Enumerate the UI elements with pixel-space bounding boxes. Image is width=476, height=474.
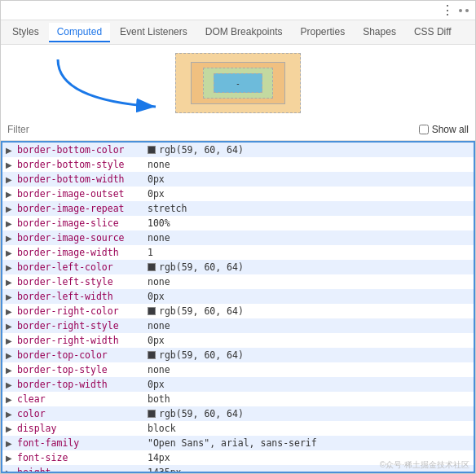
show-all-text: Show all (432, 124, 469, 135)
expand-icon[interactable]: ▶ (6, 468, 17, 474)
prop-name: border-right-color (17, 305, 148, 317)
prop-value: 0px (148, 335, 165, 346)
prop-value-text: 1 (148, 247, 153, 258)
prop-name: display (17, 423, 148, 434)
prop-name: border-right-width (17, 335, 148, 346)
prop-name: border-top-style (17, 364, 148, 375)
table-row: ▶font-family"Open Sans", arial, sans-ser… (2, 436, 474, 450)
expand-icon[interactable]: ▶ (6, 322, 17, 331)
prop-value: "Open Sans", arial, sans-serif (148, 437, 317, 449)
prop-value: 0px (148, 173, 165, 185)
prop-value-text: none (148, 320, 170, 331)
prop-value: 0px (148, 188, 165, 200)
prop-name: border-image-width (17, 247, 148, 258)
prop-value-text: none (148, 159, 170, 170)
top-bar: ⋮ (1, 1, 475, 20)
prop-name: border-left-style (17, 276, 148, 287)
devtools-panel: ⋮ Styles Computed Event Listeners DOM Br… (0, 0, 476, 474)
prop-value: both (148, 393, 170, 405)
prop-value: 1435px (148, 467, 182, 473)
color-swatch[interactable] (148, 146, 156, 154)
prop-value: stretch (148, 203, 187, 214)
content-box: - (214, 73, 262, 93)
table-row: ▶border-image-repeatstretch (2, 201, 474, 216)
prop-value: 14px (148, 452, 170, 463)
table-row: ▶border-top-width0px (2, 377, 474, 392)
table-row: ▶border-right-colorrgb(59, 60, 64) (2, 304, 474, 318)
tab-computed[interactable]: Computed (49, 23, 110, 42)
tab-properties[interactable]: Properties (292, 23, 353, 42)
expand-icon[interactable]: ▶ (6, 410, 17, 419)
prop-name: height (17, 467, 148, 473)
filter-row: Show all (1, 118, 475, 141)
more-icon[interactable]: ⋮ (441, 2, 454, 18)
dot (465, 9, 469, 12)
color-swatch[interactable] (148, 351, 156, 359)
prop-value-text: "Open Sans", arial, sans-serif (148, 437, 317, 449)
prop-value-text: rgb(59, 60, 64) (159, 408, 244, 419)
table-row: ▶border-top-colorrgb(59, 60, 64) (2, 348, 474, 362)
tab-event-listeners[interactable]: Event Listeners (112, 23, 196, 42)
show-all-checkbox[interactable] (419, 125, 429, 134)
table-row: ▶displayblock (2, 421, 474, 436)
expand-icon[interactable]: ▶ (6, 292, 17, 301)
prop-name: border-bottom-width (17, 173, 148, 185)
prop-value: 0px (148, 291, 165, 302)
table-row: ▶border-left-colorrgb(59, 60, 64) (2, 260, 474, 274)
expand-icon[interactable]: ▶ (6, 439, 17, 448)
prop-value: 1 (148, 247, 153, 258)
color-swatch[interactable] (148, 263, 156, 271)
tab-styles[interactable]: Styles (4, 23, 47, 42)
tab-dom-breakpoints[interactable]: DOM Breakpoints (197, 23, 291, 42)
expand-icon[interactable]: ▶ (6, 204, 17, 213)
prop-value-text: rgb(59, 60, 64) (159, 261, 244, 273)
tab-shapes[interactable]: Shapes (355, 23, 404, 42)
border-box: - (191, 62, 285, 104)
show-all-label[interactable]: Show all (419, 124, 469, 135)
expand-icon[interactable]: ▶ (6, 146, 17, 155)
tab-css-diff[interactable]: CSS Diff (406, 23, 460, 42)
tabs-row: Styles Computed Event Listeners DOM Brea… (1, 20, 475, 45)
expand-icon[interactable]: ▶ (6, 219, 17, 228)
expand-icon[interactable]: ▶ (6, 454, 17, 463)
expand-icon[interactable]: ▶ (6, 175, 17, 184)
color-swatch[interactable] (148, 307, 156, 315)
prop-value-text: stretch (148, 203, 187, 214)
expand-icon[interactable]: ▶ (6, 234, 17, 243)
expand-icon[interactable]: ▶ (6, 380, 17, 389)
table-row: ▶border-bottom-width0px (2, 172, 474, 187)
box-model-area: - (1, 45, 475, 118)
prop-value: rgb(59, 60, 64) (148, 408, 244, 419)
prop-value-text: both (148, 393, 170, 405)
expand-icon[interactable]: ▶ (6, 424, 17, 433)
table-row: ▶border-top-stylenone (2, 362, 474, 377)
expand-icon[interactable]: ▶ (6, 248, 17, 257)
prop-name: border-bottom-style (17, 159, 148, 170)
expand-icon[interactable]: ▶ (6, 278, 17, 287)
content-dash: - (236, 79, 239, 88)
expand-icon[interactable]: ▶ (6, 336, 17, 345)
expand-icon[interactable]: ▶ (6, 366, 17, 375)
prop-name: font-size (17, 452, 148, 463)
color-swatch[interactable] (148, 410, 156, 418)
filter-input[interactable] (7, 124, 419, 135)
table-row: ▶border-image-slice100% (2, 216, 474, 230)
prop-name: font-family (17, 437, 148, 449)
prop-value: rgb(59, 60, 64) (148, 349, 244, 361)
expand-icon[interactable]: ▶ (6, 351, 17, 360)
expand-icon[interactable]: ▶ (6, 160, 17, 169)
table-row: ▶border-left-stylenone (2, 274, 474, 289)
expand-icon[interactable]: ▶ (6, 190, 17, 199)
table-row: ▶clearboth (2, 392, 474, 406)
prop-name: color (17, 408, 148, 419)
table-row: ▶border-left-width0px (2, 289, 474, 304)
prop-value: 100% (148, 217, 170, 229)
prop-name: clear (17, 393, 148, 405)
expand-icon[interactable]: ▶ (6, 395, 17, 404)
padding-box: - (203, 68, 273, 99)
table-row: ▶border-image-width1 (2, 245, 474, 260)
prop-value-text: block (148, 423, 176, 434)
expand-icon[interactable]: ▶ (6, 307, 17, 316)
expand-icon[interactable]: ▶ (6, 263, 17, 272)
table-row: ▶border-right-width0px (2, 333, 474, 348)
